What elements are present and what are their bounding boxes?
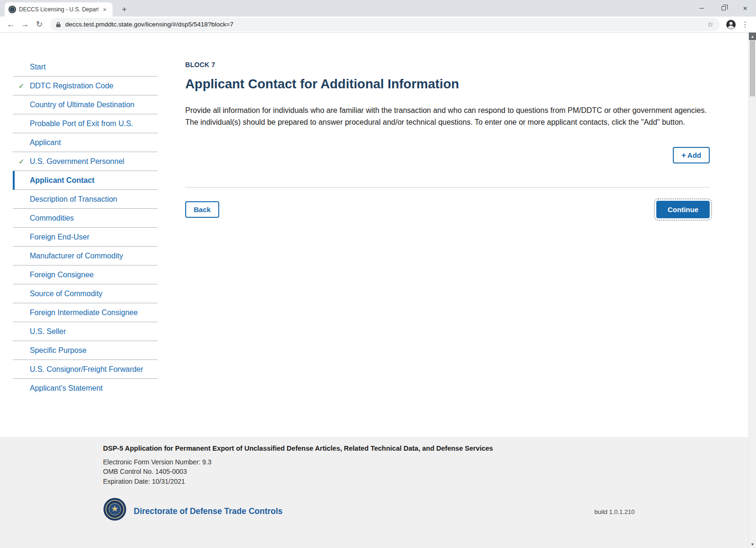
- sidebar-item-label: Foreign Consignee: [30, 271, 94, 279]
- sidebar-item-label: Applicant's Statement: [30, 384, 103, 392]
- section-divider: [185, 187, 710, 188]
- sidebar-item-country-of-ultimate-destination[interactable]: Country of Ultimate Destination: [13, 95, 158, 114]
- build-version: build 1.0.1.210: [594, 508, 635, 515]
- sidebar-item-start[interactable]: Start: [13, 58, 158, 77]
- sidebar-item-label: DDTC Registration Code: [30, 82, 113, 90]
- continue-button[interactable]: Continue: [656, 201, 710, 218]
- sidebar-item-label: Manufacturer of Commodity: [30, 252, 123, 260]
- directorate-link[interactable]: Directorate of Defense Trade Controls: [134, 506, 283, 516]
- plus-icon: +: [681, 152, 686, 159]
- sidebar-item-foreign-end-user[interactable]: Foreign End-User: [13, 228, 158, 247]
- add-button-label: Add: [687, 151, 701, 159]
- sidebar-item-u-s-consignor-freight-forwarder[interactable]: U.S. Consignor/Freight Forwarder: [13, 360, 158, 379]
- page-description: Provide all information for individuals …: [185, 104, 707, 128]
- close-button[interactable]: ✕: [734, 0, 756, 17]
- sidebar-item-label: U.S. Government Personnel: [30, 157, 124, 165]
- scroll-down-button[interactable]: ▼: [749, 540, 756, 548]
- tab-close-icon[interactable]: ✕: [101, 6, 109, 13]
- browser-toolbar: ← → ↻ deccs.test.pmddtc.state.gov/licens…: [0, 17, 756, 33]
- back-button[interactable]: Back: [185, 201, 219, 218]
- new-tab-button[interactable]: +: [118, 3, 130, 16]
- tab-title: DECCS Licensing - U.S. Departme: [19, 6, 98, 13]
- sidebar-nav: Start ✓ DDTC Registration Code Country o…: [13, 58, 158, 397]
- lock-icon: [56, 21, 61, 28]
- page-title: Applicant Contact for Additional Informa…: [185, 76, 710, 92]
- restore-button[interactable]: [713, 0, 734, 17]
- form-info: DSP-5 Application for Permanent Export o…: [103, 444, 493, 486]
- block-label: BLOCK 7: [185, 61, 710, 68]
- page-content: Start ✓ DDTC Registration Code Country o…: [0, 33, 748, 548]
- expiration-date: Expiration Date: 10/31/2021: [103, 477, 493, 487]
- refresh-button[interactable]: ↻: [32, 17, 46, 32]
- window-controls: ✕: [691, 0, 756, 17]
- sidebar-item-label: Applicant: [30, 138, 61, 146]
- sidebar-item-u-s-seller[interactable]: U.S. Seller: [13, 322, 158, 341]
- sidebar-item-ddtc-registration-code[interactable]: ✓ DDTC Registration Code: [13, 77, 158, 95]
- sidebar-item-label: Country of Ultimate Destination: [30, 101, 134, 109]
- form-version: Electronic Form Version Number: 9.3: [103, 457, 493, 467]
- sidebar-item-label: Commodities: [30, 214, 74, 222]
- restore-icon: [722, 6, 726, 10]
- sidebar-item-label: Applicant Contact: [30, 176, 94, 184]
- forward-nav-button[interactable]: →: [18, 17, 32, 32]
- sidebar-item-description-of-transaction[interactable]: Description of Transaction: [13, 190, 158, 209]
- minimize-icon: [699, 8, 704, 9]
- site-favicon: [9, 6, 16, 13]
- sidebar-item-manufacturer-of-commodity[interactable]: Manufacturer of Commodity: [13, 247, 158, 265]
- browser-tab-strip: DECCS Licensing - U.S. Departme ✕ + ✕: [0, 0, 756, 17]
- scrollbar[interactable]: ▲ ▼: [748, 33, 756, 548]
- omb-control: OMB Control No. 1405-0003: [103, 467, 493, 477]
- sidebar-item-applicant-contact[interactable]: Applicant Contact: [13, 171, 158, 190]
- sidebar-item-u-s-government-personnel[interactable]: ✓ U.S. Government Personnel: [13, 152, 158, 171]
- sidebar-item-label: Source of Commodity: [30, 290, 103, 298]
- ddtc-seal-logo: [103, 497, 127, 521]
- check-icon: ✓: [18, 81, 25, 90]
- page-footer: DSP-5 Application for Permanent Export o…: [0, 437, 748, 548]
- scrollbar-thumb[interactable]: [750, 41, 755, 96]
- bookmark-star-icon[interactable]: ☆: [706, 20, 714, 29]
- sidebar-item-probable-port-of-exit-from-u-s[interactable]: Probable Port of Exit from U.S.: [13, 114, 158, 133]
- minimize-button[interactable]: [691, 0, 713, 17]
- sidebar-item-source-of-commodity[interactable]: Source of Commodity: [13, 284, 158, 303]
- sidebar-item-label: U.S. Seller: [30, 327, 66, 335]
- address-bar[interactable]: deccs.test.pmddtc.state.gov/licensing/#/…: [50, 18, 720, 31]
- browser-tab[interactable]: DECCS Licensing - U.S. Departme ✕: [5, 2, 112, 17]
- form-title: DSP-5 Application for Permanent Export o…: [103, 444, 493, 454]
- back-button-label: Back: [194, 206, 211, 214]
- profile-icon[interactable]: [724, 17, 738, 32]
- add-button[interactable]: + Add: [673, 147, 710, 163]
- sidebar-item-applicant-s-statement[interactable]: Applicant's Statement: [13, 379, 158, 397]
- check-icon: ✓: [18, 157, 25, 166]
- back-nav-button[interactable]: ←: [4, 17, 18, 32]
- sidebar-item-foreign-consignee[interactable]: Foreign Consignee: [13, 265, 158, 284]
- sidebar-item-label: Probable Port of Exit from U.S.: [30, 120, 133, 128]
- browser-menu-icon[interactable]: ⋮: [738, 17, 752, 32]
- sidebar-item-applicant[interactable]: Applicant: [13, 133, 158, 152]
- scroll-up-button[interactable]: ▲: [749, 33, 756, 40]
- sidebar-item-specific-purpose[interactable]: Specific Purpose: [13, 341, 158, 360]
- sidebar-item-label: Specific Purpose: [30, 346, 86, 354]
- sidebar-item-label: Foreign End-User: [30, 233, 89, 241]
- sidebar-item-label: Foreign Intermediate Consignee: [30, 308, 138, 317]
- sidebar-item-label: U.S. Consignor/Freight Forwarder: [30, 365, 143, 373]
- sidebar-item-label: Description of Transaction: [30, 195, 117, 203]
- sidebar-item-commodities[interactable]: Commodities: [13, 209, 158, 228]
- sidebar-item-label: Start: [30, 63, 46, 71]
- url-text: deccs.test.pmddtc.state.gov/licensing/#/…: [65, 21, 706, 28]
- sidebar-item-foreign-intermediate-consignee[interactable]: Foreign Intermediate Consignee: [13, 303, 158, 322]
- main-section: BLOCK 7 Applicant Contact for Additional…: [185, 61, 710, 218]
